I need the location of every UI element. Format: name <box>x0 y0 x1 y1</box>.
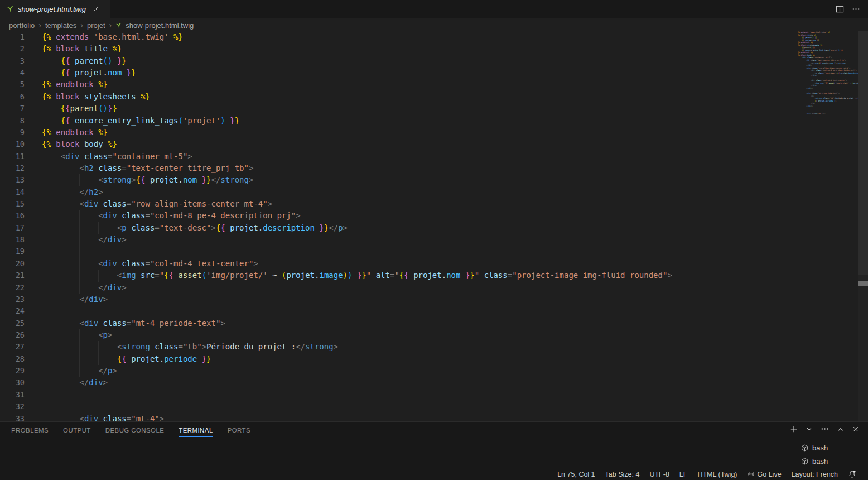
code-line-29: </p> <box>42 365 795 377</box>
indent-guide <box>61 294 61 305</box>
code-line-23: </div> <box>42 294 795 305</box>
code-line-3: {{ parent() }} <box>42 55 795 67</box>
code-line-32 <box>42 401 795 412</box>
notifications-bell-icon[interactable] <box>843 468 861 480</box>
panel-tab-ports[interactable]: PORTS <box>228 422 250 439</box>
scrollbar-slider[interactable] <box>858 31 868 275</box>
panel-tab-problems[interactable]: PROBLEMS <box>11 422 49 439</box>
maximize-panel-chevron-up-icon[interactable] <box>837 426 844 433</box>
terminal-instance-bash[interactable]: bash <box>797 454 868 468</box>
indent-guide <box>79 270 80 281</box>
breadcrumb-separator: › <box>38 21 41 30</box>
indent-guide <box>61 329 61 341</box>
panel-tab-terminal[interactable]: TERMINAL <box>179 422 213 439</box>
breadcrumb-item-projet[interactable]: projet <box>87 21 105 30</box>
close-panel-icon[interactable] <box>852 426 859 433</box>
line-number: 12 <box>0 162 25 174</box>
line-number: 11 <box>0 151 25 162</box>
minimap[interactable]: {% extends 'base.html.twig' %}{% block t… <box>798 31 858 421</box>
indent-guide <box>79 222 80 234</box>
panel-tab-debug-console[interactable]: DEBUG CONSOLE <box>105 422 165 439</box>
indent-guide <box>61 341 61 353</box>
twig-icon <box>7 4 14 15</box>
line-number: 3 <box>0 55 25 67</box>
indent-guide <box>79 365 80 377</box>
code-line-15: <div class="row align-items-center mt-4"… <box>42 198 795 210</box>
editor[interactable]: 1234567891011121314151617181920212223242… <box>0 31 868 421</box>
status-item-keyboard-layout[interactable]: Layout: French <box>787 468 843 480</box>
tab-bar: show-projet.html.twig <box>0 0 868 18</box>
code-line-19 <box>42 246 795 257</box>
indent-guide <box>61 55 61 67</box>
indent-guide <box>61 282 61 294</box>
indent-guide <box>61 305 61 317</box>
line-number: 18 <box>0 234 25 246</box>
code-line-9: {% endblock %} <box>42 127 795 138</box>
status-item-go-live[interactable]: Go Live <box>742 468 787 480</box>
line-number: 15 <box>0 198 25 210</box>
indent-guide <box>61 103 61 114</box>
panel-tab-output[interactable]: OUTPUT <box>63 422 91 439</box>
status-item-eol[interactable]: LF <box>674 468 693 480</box>
breadcrumb-separator: › <box>80 21 83 30</box>
more-actions-icon[interactable] <box>852 5 860 13</box>
code-line-31 <box>42 389 795 401</box>
tab-show-projet[interactable]: show-projet.html.twig <box>0 0 110 18</box>
twig-icon <box>115 22 122 28</box>
indent-guide <box>61 234 61 246</box>
indent-guide <box>79 258 80 270</box>
new-terminal-icon[interactable] <box>790 425 798 433</box>
code-line-33: <div class="mt-4"> <box>798 113 858 116</box>
status-item-language-mode[interactable]: HTML (Twig) <box>692 468 742 480</box>
indent-guide <box>98 353 99 365</box>
line-number: 32 <box>0 401 25 412</box>
line-number: 22 <box>0 282 25 294</box>
code-line-10: {% block body %} <box>42 138 795 150</box>
line-number: 2 <box>0 43 25 55</box>
indent-guide <box>61 270 61 281</box>
indent-guide <box>79 210 80 222</box>
terminal-instance-bash[interactable]: bash <box>797 441 868 454</box>
split-editor-icon[interactable] <box>836 5 844 13</box>
indent-guide <box>61 186 61 198</box>
line-number: 31 <box>0 389 25 401</box>
bash-icon <box>801 444 808 452</box>
line-number: 26 <box>0 329 25 341</box>
breadcrumb-item-templates[interactable]: templates <box>45 21 76 30</box>
code-line-20: <div class="col-md-4 text-center"> <box>42 258 795 270</box>
breadcrumb-item-portfolio[interactable]: portfolio <box>9 21 35 30</box>
indent-guide <box>61 377 61 388</box>
indent-guide <box>61 115 61 127</box>
status-item-encoding[interactable]: UTF-8 <box>644 468 674 480</box>
code-line-17: <p class="text-desc">{{ projet.descripti… <box>42 222 795 234</box>
panel-actions <box>790 425 859 433</box>
line-number: 23 <box>0 294 25 305</box>
line-number: 10 <box>0 138 25 150</box>
code-line-16: <div class="col-md-8 pe-4 description_pr… <box>42 210 795 222</box>
bottom-panel: PROBLEMSOUTPUTDEBUG CONSOLETERMINALPORTS… <box>0 421 868 468</box>
tab-close-icon[interactable] <box>90 4 101 15</box>
panel-more-actions-icon[interactable] <box>821 425 829 433</box>
indent-guide <box>61 210 61 222</box>
line-number: 21 <box>0 270 25 281</box>
indent-guide <box>42 389 42 401</box>
status-item-tab-size[interactable]: Tab Size: 4 <box>600 468 645 480</box>
indent-guide <box>61 413 61 422</box>
terminal-viewport[interactable] <box>0 439 795 468</box>
line-number: 14 <box>0 186 25 198</box>
indent-guide <box>42 305 42 317</box>
launch-profile-chevron-down-icon[interactable] <box>806 426 812 432</box>
line-number: 33 <box>0 413 25 422</box>
code-line-33: <div class="mt-4"> <box>42 413 795 422</box>
line-number: 28 <box>0 353 25 365</box>
line-number: 7 <box>0 103 25 114</box>
breadcrumb-item-file[interactable]: show-projet.html.twig <box>115 21 194 30</box>
indent-guide <box>61 318 61 329</box>
code-line-11: <div class="container mt-5"> <box>42 151 795 162</box>
status-item-cursor-position[interactable]: Ln 75, Col 1 <box>552 468 600 480</box>
status-bar: Ln 75, Col 1Tab Size: 4UTF-8LFHTML (Twig… <box>0 468 868 480</box>
indent-guide <box>61 353 61 365</box>
editor-scrollbar[interactable] <box>858 31 868 421</box>
indent-guide <box>42 401 42 412</box>
indent-guide <box>79 341 80 353</box>
